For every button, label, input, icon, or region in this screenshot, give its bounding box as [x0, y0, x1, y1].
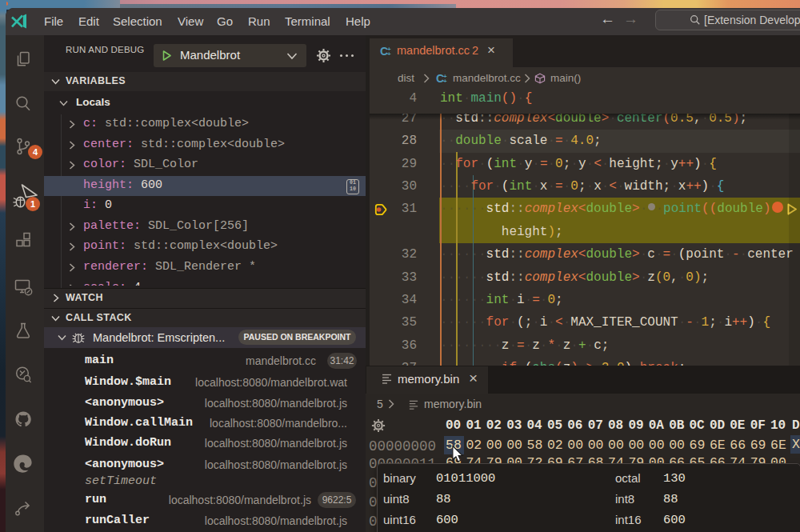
svg-text:+: + — [443, 78, 447, 85]
svg-text:+: + — [387, 50, 391, 58]
